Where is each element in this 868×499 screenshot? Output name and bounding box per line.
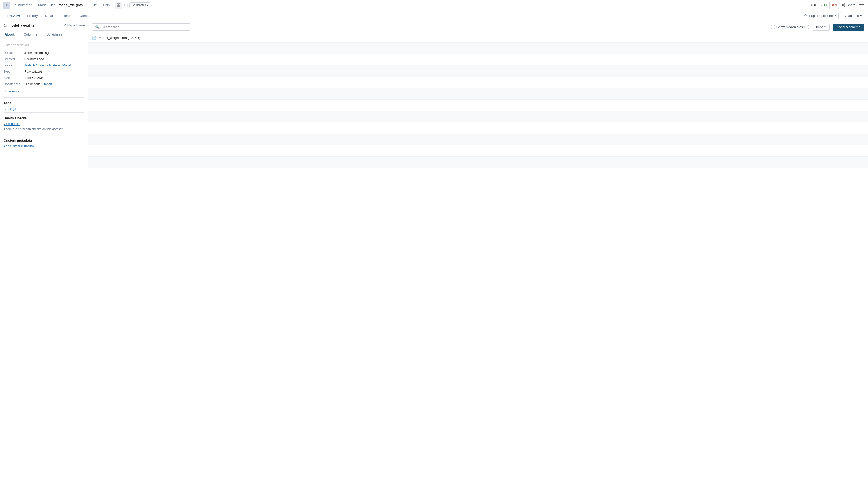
branch-btn[interactable]: ⎇ master ▾ <box>130 2 151 8</box>
updated-via-value: File imports • Import <box>24 82 84 86</box>
file-list: 📄 model_weights.bin (202KB) <box>88 33 868 499</box>
file-toolbar-right: Show hidden files ? Import Apply a schem… <box>771 24 864 31</box>
apply-schema-btn[interactable]: Apply a schema <box>833 24 865 31</box>
check-icon: ✓ <box>820 3 823 7</box>
divider-3 <box>4 135 84 135</box>
svg-line-7 <box>843 4 844 5</box>
breadcrumb-item-foundry[interactable]: Foundry Mod... <box>12 3 35 7</box>
tabs-bar: Preview History Details Health Compare E… <box>0 10 868 21</box>
notification-group[interactable]: ↻ 0 ✓ 11 ✕ 9 <box>809 2 839 9</box>
empty-row-7 <box>88 111 868 122</box>
breadcrumb-current: model_weights <box>58 3 83 7</box>
all-actions-btn[interactable]: All actions ▾ <box>841 12 864 19</box>
search-box[interactable]: 🔍 <box>92 23 190 31</box>
tab-history[interactable]: History <box>24 11 41 21</box>
branch-label: master <box>136 3 146 7</box>
svg-rect-9 <box>859 3 864 3</box>
check-count: 11 <box>824 3 827 7</box>
import-link[interactable]: Import <box>43 82 52 86</box>
created-label: Created <box>4 57 20 61</box>
menu-icon-btn[interactable] <box>858 2 865 8</box>
svg-point-12 <box>804 15 805 16</box>
size-label: Size <box>4 76 20 80</box>
all-actions-label: All actions <box>844 14 859 17</box>
breadcrumb-sep-1: › <box>36 4 37 7</box>
empty-row-1 <box>88 42 868 54</box>
created-value: 6 minutes ago <box>24 57 84 61</box>
file-doc-icon: 📄 <box>92 36 96 40</box>
svg-point-14 <box>807 15 807 16</box>
top-bar-right: ↻ 0 ✓ 11 ✕ 9 Share <box>809 2 865 9</box>
sidebar: 🗂 model_weights ↺ Report issue About Col… <box>0 21 88 499</box>
dataset-title: 🗂 model_weights <box>3 23 35 27</box>
tab-health[interactable]: Health <box>59 11 76 21</box>
dataset-icon: 🗂 <box>3 23 7 27</box>
top-bar-left: ⊞ Foundry Mod... › Model Files › model_w… <box>3 2 150 9</box>
empty-row-2 <box>88 54 868 65</box>
report-issue-label: Report issue <box>68 24 85 27</box>
star-icon[interactable]: ☆ <box>85 3 88 7</box>
svg-rect-1 <box>119 4 120 5</box>
file-menu-btn[interactable]: File <box>90 3 98 8</box>
show-hidden-container: Show hidden files ? <box>771 25 809 29</box>
breadcrumb-item-model-files[interactable]: Model Files <box>38 3 55 7</box>
svg-line-8 <box>843 5 844 6</box>
empty-row-10 <box>88 145 868 157</box>
empty-row-9 <box>88 134 868 145</box>
svg-point-4 <box>842 5 843 6</box>
search-icon: 🔍 <box>95 25 100 29</box>
updated-value: a few seconds ago <box>24 51 84 55</box>
tab-details[interactable]: Details <box>41 11 59 21</box>
add-tags-btn[interactable]: Add tags <box>4 107 84 111</box>
view-details-btn[interactable]: View details <box>4 122 84 126</box>
type-label: Type <box>4 70 20 73</box>
add-custom-metadata-btn[interactable]: Add custom metadata <box>4 145 84 148</box>
share-icon <box>842 3 845 7</box>
report-issue-btn[interactable]: ↺ Report issue <box>64 24 85 27</box>
description-placeholder[interactable]: Enter description... <box>4 43 84 47</box>
updated-via-label: Updated via <box>4 82 20 86</box>
tabs-right: Explore pipeline ▾ All actions ▾ <box>801 12 864 19</box>
notif-x[interactable]: ✕ 9 <box>830 2 839 9</box>
sub-tab-schedules[interactable]: Schedules <box>42 30 67 39</box>
share-btn[interactable]: Share <box>842 3 856 7</box>
tags-title: Tags <box>4 101 84 105</box>
import-btn[interactable]: Import <box>812 24 830 31</box>
x-icon: ✕ <box>832 3 834 7</box>
tab-preview[interactable]: Preview <box>4 11 24 21</box>
sub-tab-columns[interactable]: Columns <box>19 30 42 39</box>
dataset-name: model_weights <box>8 23 35 27</box>
empty-row-12 <box>88 168 868 180</box>
show-more-btn[interactable]: Show more <box>4 89 84 93</box>
sub-tab-about[interactable]: About <box>0 30 19 39</box>
help-icon[interactable]: ? <box>805 25 809 29</box>
svg-rect-2 <box>117 5 118 7</box>
help-menu-btn[interactable]: Help <box>102 3 111 8</box>
notif-check[interactable]: ✓ 11 <box>818 2 829 9</box>
app-icon[interactable]: ⊞ <box>3 2 10 9</box>
size-value: 1 file • 202KB <box>24 76 84 80</box>
search-input[interactable] <box>102 25 187 29</box>
svg-rect-11 <box>859 6 864 7</box>
main-panel: 🔍 Show hidden files ? Import Apply a sch… <box>88 21 868 499</box>
branch-icon: ⎇ <box>132 3 135 7</box>
explore-chevron-icon: ▾ <box>834 14 836 17</box>
grid-view-btn[interactable] <box>115 2 122 9</box>
location-label: Location <box>4 63 20 67</box>
grid-count: 1 <box>124 3 125 7</box>
file-item[interactable]: 📄 model_weights.bin (202KB) <box>88 33 868 42</box>
show-hidden-checkbox[interactable] <box>771 25 775 29</box>
location-value[interactable]: /Palantir/Foundry Modeling/Model Files/m… <box>24 63 76 67</box>
hamburger-icon <box>859 3 864 7</box>
sub-tabs: About Columns Schedules <box>0 30 88 39</box>
svg-point-5 <box>844 3 845 4</box>
explore-pipeline-label: Explore pipeline <box>809 14 833 17</box>
tab-compare[interactable]: Compare <box>76 11 97 21</box>
divider-1 <box>4 97 84 98</box>
notif-refresh[interactable]: ↻ 0 <box>809 2 818 9</box>
svg-line-15 <box>805 15 805 15</box>
top-bar: ⊞ Foundry Mod... › Model Files › model_w… <box>0 0 868 10</box>
x-count: 9 <box>835 3 837 7</box>
sidebar-header: 🗂 model_weights ↺ Report issue <box>0 21 88 30</box>
explore-pipeline-btn[interactable]: Explore pipeline ▾ <box>801 12 839 19</box>
